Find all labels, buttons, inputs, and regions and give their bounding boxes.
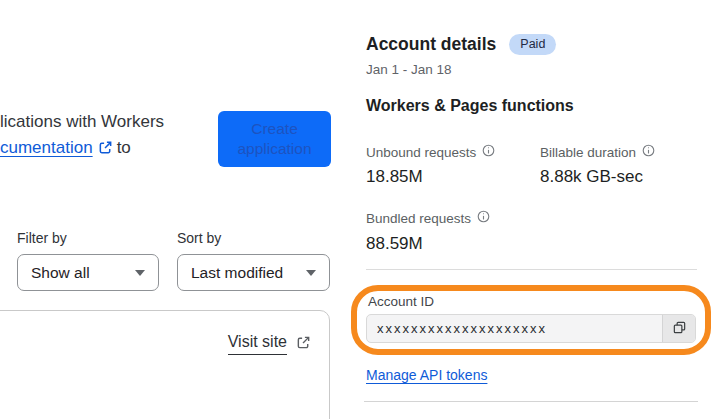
documentation-link[interactable]: cumentation bbox=[0, 138, 93, 157]
metric-label-unbound: Unbound requests bbox=[366, 144, 495, 160]
dashboard-page: { "colors": { "accent_blue": "#0d6bf8", … bbox=[0, 0, 718, 419]
application-card: Visit site bbox=[0, 310, 330, 419]
chevron-down-icon bbox=[135, 270, 145, 276]
account-details-header: Account details Paid bbox=[366, 34, 556, 55]
info-icon[interactable] bbox=[482, 144, 495, 160]
metric-label-billable: Billable duration bbox=[540, 144, 655, 160]
divider bbox=[364, 401, 698, 402]
chevron-down-icon bbox=[306, 270, 316, 276]
account-id-field-group bbox=[366, 314, 696, 343]
date-range: Jan 1 - Jan 18 bbox=[366, 62, 452, 77]
intro-text: lications with Workers cumentationto bbox=[0, 109, 164, 163]
divider bbox=[366, 269, 697, 270]
metric-value-bundled: 88.59M bbox=[366, 234, 423, 254]
sort-dropdown-value: Last modified bbox=[191, 264, 283, 282]
sort-by-label: Sort by bbox=[177, 230, 221, 246]
info-icon[interactable] bbox=[642, 144, 655, 160]
filter-dropdown-value: Show all bbox=[31, 264, 90, 282]
filter-dropdown[interactable]: Show all bbox=[17, 254, 159, 291]
copy-button[interactable] bbox=[662, 315, 695, 342]
intro-line1: lications with Workers bbox=[0, 112, 164, 131]
account-details-title: Account details bbox=[366, 34, 496, 55]
visit-site-label: Visit site bbox=[228, 333, 287, 355]
info-icon[interactable] bbox=[477, 210, 490, 226]
account-id-input[interactable] bbox=[367, 315, 662, 342]
copy-icon bbox=[672, 320, 687, 338]
metric-value-unbound: 18.85M bbox=[366, 167, 423, 187]
external-link-icon bbox=[296, 335, 311, 354]
intro-line2-rest: to bbox=[117, 138, 131, 157]
metric-label-bundled: Bundled requests bbox=[366, 210, 490, 226]
plan-badge: Paid bbox=[509, 34, 556, 55]
sort-dropdown[interactable]: Last modified bbox=[177, 254, 330, 291]
filter-by-label: Filter by bbox=[17, 230, 67, 246]
metric-value-billable: 8.88k GB-sec bbox=[540, 167, 643, 187]
visit-site-link[interactable]: Visit site bbox=[228, 333, 311, 355]
external-link-icon bbox=[98, 137, 113, 163]
account-id-label: Account ID bbox=[368, 294, 434, 309]
workers-pages-section-title: Workers & Pages functions bbox=[366, 97, 574, 115]
manage-api-tokens-link[interactable]: Manage API tokens bbox=[366, 367, 487, 383]
create-application-button[interactable]: Create application bbox=[218, 111, 331, 167]
